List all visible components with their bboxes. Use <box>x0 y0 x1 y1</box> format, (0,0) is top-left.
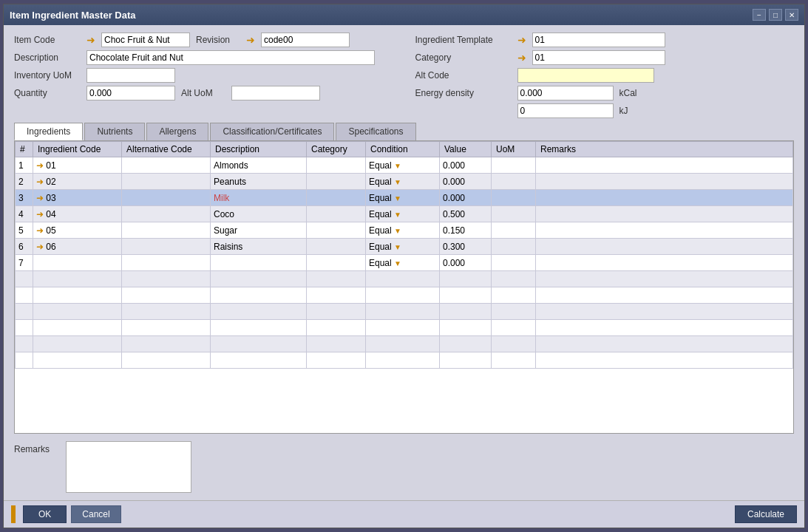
tab-classification[interactable]: Classification/Certificates <box>210 123 334 140</box>
cell-remarks <box>536 255 793 271</box>
dropdown-arrow-icon[interactable]: ▼ <box>394 243 401 251</box>
table-row[interactable]: 3➜ 03MilkEqual ▼0.000 <box>16 190 793 206</box>
table-row[interactable] <box>16 271 793 287</box>
tab-nutrients[interactable]: Nutrients <box>84 123 145 140</box>
cancel-button[interactable]: Cancel <box>71 505 120 523</box>
remarks-label: Remarks <box>14 441 58 454</box>
table-row[interactable]: 6➜ 06RaisinsEqual ▼0.300 <box>16 239 793 255</box>
dropdown-arrow-icon[interactable]: ▼ <box>394 227 401 235</box>
cell-uom <box>492 271 536 287</box>
cell-value <box>440 304 492 320</box>
cell-description <box>211 287 307 304</box>
cell-condition <box>366 352 440 369</box>
cell-alt-code <box>122 206 211 222</box>
tab-allergens[interactable]: Allergens <box>146 123 208 140</box>
cell-value: 0.000 <box>440 157 492 174</box>
table-row[interactable] <box>16 304 793 320</box>
bottom-bar: OK Cancel Calculate <box>4 500 804 528</box>
ingredient-template-input[interactable] <box>532 33 665 47</box>
cell-description <box>211 320 307 336</box>
cell-alt-code <box>122 174 211 190</box>
cell-alt-code <box>122 222 211 239</box>
cell-category <box>307 271 366 287</box>
top-form: Item Code ➜ Revision ➜ Description Inven… <box>14 33 794 118</box>
table-row[interactable]: 2➜ 02PeanutsEqual ▼0.000 <box>16 174 793 190</box>
window-controls: − □ ✕ <box>753 9 798 21</box>
cell-alt-code <box>122 304 211 320</box>
cell-code: ➜ 06 <box>33 239 122 255</box>
cell-description: Sugar <box>211 222 307 239</box>
cell-value <box>440 320 492 336</box>
dropdown-arrow-icon[interactable]: ▼ <box>394 211 401 219</box>
cell-alt-code <box>122 352 211 369</box>
cell-value: 0.300 <box>440 239 492 255</box>
cell-code: ➜ 02 <box>33 174 122 190</box>
table-row[interactable] <box>16 352 793 369</box>
cell-code <box>33 352 122 369</box>
cell-description <box>211 352 307 369</box>
cell-code <box>33 271 122 287</box>
alt-uom-input[interactable] <box>231 86 320 100</box>
table-row[interactable]: 1➜ 01AlmondsEqual ▼0.000 <box>16 157 793 174</box>
quantity-input[interactable] <box>86 86 175 100</box>
dropdown-arrow-icon[interactable]: ▼ <box>394 194 401 202</box>
category-arrow-icon: ➜ <box>517 52 526 64</box>
row-arrow-icon: ➜ <box>36 225 44 236</box>
item-code-input[interactable] <box>101 33 190 47</box>
quantity-label: Quantity <box>14 88 81 98</box>
cell-uom <box>492 352 536 369</box>
dropdown-arrow-icon[interactable]: ▼ <box>394 178 401 186</box>
maximize-button[interactable]: □ <box>769 9 782 21</box>
category-row: Category ➜ <box>415 50 795 65</box>
col-condition: Condition <box>366 142 440 157</box>
remarks-textarea[interactable] <box>66 441 191 493</box>
cell-condition: Equal ▼ <box>366 239 440 255</box>
cell-remarks <box>536 206 793 222</box>
table-row[interactable] <box>16 320 793 336</box>
col-description: Description <box>211 142 307 157</box>
energy-density-input[interactable] <box>517 86 614 100</box>
table-row[interactable]: 7Equal ▼0.000 <box>16 255 793 271</box>
table-row[interactable]: 4➜ 04CocoEqual ▼0.500 <box>16 206 793 222</box>
title-bar: Item Ingredient Master Data − □ ✕ <box>4 4 804 25</box>
category-input[interactable] <box>532 50 665 65</box>
dropdown-arrow-icon[interactable]: ▼ <box>394 162 401 170</box>
col-ingredient-code: Ingredient Code <box>33 142 122 157</box>
revision-label: Revision <box>196 35 240 45</box>
alt-code-input[interactable] <box>517 68 654 83</box>
cell-alt-code <box>122 287 211 304</box>
cell-num <box>16 287 33 304</box>
minimize-button[interactable]: − <box>753 9 766 21</box>
col-uom: UoM <box>492 142 536 157</box>
table-row[interactable] <box>16 336 793 352</box>
col-remarks: Remarks <box>536 142 793 157</box>
window-title: Item Ingredient Master Data <box>10 10 136 21</box>
alt-uom-label: Alt UoM <box>181 88 225 98</box>
cell-alt-code <box>122 255 211 271</box>
ok-button[interactable]: OK <box>23 505 67 523</box>
dropdown-arrow-icon[interactable]: ▼ <box>394 259 401 267</box>
row-arrow-icon: ➜ <box>36 160 44 171</box>
cell-description: Peanuts <box>211 174 307 190</box>
tab-content: # Ingredient Code Alternative Code Descr… <box>14 140 794 434</box>
cell-category <box>307 174 366 190</box>
table-wrapper: # Ingredient Code Alternative Code Descr… <box>15 141 793 433</box>
item-code-label: Item Code <box>14 35 81 45</box>
cell-alt-code <box>122 320 211 336</box>
cell-uom <box>492 320 536 336</box>
table-row[interactable] <box>16 287 793 304</box>
cell-value <box>440 336 492 352</box>
close-button[interactable]: ✕ <box>785 9 798 21</box>
cell-value: 0.000 <box>440 174 492 190</box>
item-code-arrow-icon: ➜ <box>86 34 95 46</box>
cell-description <box>211 336 307 352</box>
inventory-uom-input[interactable] <box>86 68 175 83</box>
description-input[interactable] <box>86 50 375 65</box>
row-arrow-icon: ➜ <box>36 177 44 187</box>
table-row[interactable]: 5➜ 05SugarEqual ▼0.150 <box>16 222 793 239</box>
revision-input[interactable] <box>261 33 350 47</box>
calculate-button[interactable]: Calculate <box>735 505 797 523</box>
tab-ingredients[interactable]: Ingredients <box>14 123 83 140</box>
energy-kj-input[interactable] <box>517 103 614 118</box>
tab-specifications[interactable]: Specifications <box>336 123 415 140</box>
